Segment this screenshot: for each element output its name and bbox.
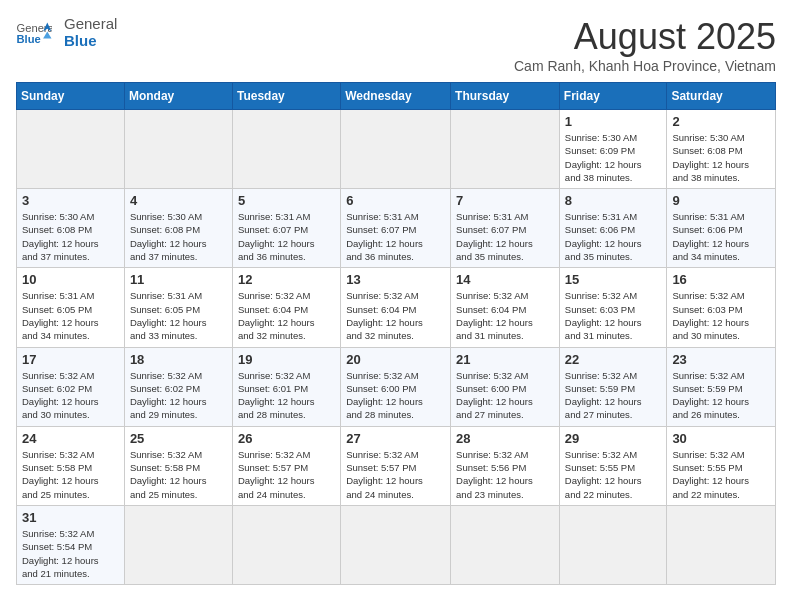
weekday-header-thursday: Thursday	[451, 83, 560, 110]
calendar-cell	[232, 110, 340, 189]
calendar-cell: 12Sunrise: 5:32 AM Sunset: 6:04 PM Dayli…	[232, 268, 340, 347]
day-info: Sunrise: 5:32 AM Sunset: 6:02 PM Dayligh…	[22, 369, 119, 422]
weekday-header-sunday: Sunday	[17, 83, 125, 110]
day-number: 30	[672, 431, 770, 446]
day-info: Sunrise: 5:32 AM Sunset: 5:54 PM Dayligh…	[22, 527, 119, 580]
calendar-cell: 21Sunrise: 5:32 AM Sunset: 6:00 PM Dayli…	[451, 347, 560, 426]
day-number: 16	[672, 272, 770, 287]
calendar-cell: 9Sunrise: 5:31 AM Sunset: 6:06 PM Daylig…	[667, 189, 776, 268]
day-info: Sunrise: 5:32 AM Sunset: 5:55 PM Dayligh…	[672, 448, 770, 501]
svg-text:Blue: Blue	[17, 32, 41, 44]
calendar-cell: 13Sunrise: 5:32 AM Sunset: 6:04 PM Dayli…	[341, 268, 451, 347]
calendar-cell	[232, 505, 340, 584]
calendar-cell: 31Sunrise: 5:32 AM Sunset: 5:54 PM Dayli…	[17, 505, 125, 584]
calendar-cell: 27Sunrise: 5:32 AM Sunset: 5:57 PM Dayli…	[341, 426, 451, 505]
day-info: Sunrise: 5:32 AM Sunset: 5:56 PM Dayligh…	[456, 448, 554, 501]
calendar-week-row: 31Sunrise: 5:32 AM Sunset: 5:54 PM Dayli…	[17, 505, 776, 584]
calendar-table: SundayMondayTuesdayWednesdayThursdayFrid…	[16, 82, 776, 585]
day-number: 1	[565, 114, 662, 129]
day-info: Sunrise: 5:31 AM Sunset: 6:07 PM Dayligh…	[346, 210, 445, 263]
calendar-cell: 17Sunrise: 5:32 AM Sunset: 6:02 PM Dayli…	[17, 347, 125, 426]
day-info: Sunrise: 5:32 AM Sunset: 5:59 PM Dayligh…	[565, 369, 662, 422]
day-info: Sunrise: 5:32 AM Sunset: 5:59 PM Dayligh…	[672, 369, 770, 422]
calendar-cell: 3Sunrise: 5:30 AM Sunset: 6:08 PM Daylig…	[17, 189, 125, 268]
calendar-cell: 19Sunrise: 5:32 AM Sunset: 6:01 PM Dayli…	[232, 347, 340, 426]
day-info: Sunrise: 5:32 AM Sunset: 5:58 PM Dayligh…	[130, 448, 227, 501]
day-number: 8	[565, 193, 662, 208]
title-area: August 2025 Cam Ranh, Khanh Hoa Province…	[514, 16, 776, 74]
calendar-cell: 10Sunrise: 5:31 AM Sunset: 6:05 PM Dayli…	[17, 268, 125, 347]
calendar-cell: 7Sunrise: 5:31 AM Sunset: 6:07 PM Daylig…	[451, 189, 560, 268]
calendar-cell	[341, 110, 451, 189]
calendar-cell: 8Sunrise: 5:31 AM Sunset: 6:06 PM Daylig…	[559, 189, 667, 268]
calendar-cell	[17, 110, 125, 189]
calendar-header-row: SundayMondayTuesdayWednesdayThursdayFrid…	[17, 83, 776, 110]
day-info: Sunrise: 5:31 AM Sunset: 6:05 PM Dayligh…	[22, 289, 119, 342]
day-number: 19	[238, 352, 335, 367]
calendar-cell: 15Sunrise: 5:32 AM Sunset: 6:03 PM Dayli…	[559, 268, 667, 347]
day-number: 7	[456, 193, 554, 208]
day-info: Sunrise: 5:31 AM Sunset: 6:07 PM Dayligh…	[238, 210, 335, 263]
calendar-cell: 14Sunrise: 5:32 AM Sunset: 6:04 PM Dayli…	[451, 268, 560, 347]
day-number: 27	[346, 431, 445, 446]
calendar-week-row: 17Sunrise: 5:32 AM Sunset: 6:02 PM Dayli…	[17, 347, 776, 426]
day-number: 25	[130, 431, 227, 446]
day-info: Sunrise: 5:31 AM Sunset: 6:06 PM Dayligh…	[565, 210, 662, 263]
day-number: 11	[130, 272, 227, 287]
day-number: 28	[456, 431, 554, 446]
day-info: Sunrise: 5:32 AM Sunset: 6:01 PM Dayligh…	[238, 369, 335, 422]
weekday-header-saturday: Saturday	[667, 83, 776, 110]
calendar-cell	[559, 505, 667, 584]
day-number: 31	[22, 510, 119, 525]
calendar-cell: 23Sunrise: 5:32 AM Sunset: 5:59 PM Dayli…	[667, 347, 776, 426]
day-info: Sunrise: 5:32 AM Sunset: 6:04 PM Dayligh…	[456, 289, 554, 342]
day-info: Sunrise: 5:30 AM Sunset: 6:08 PM Dayligh…	[672, 131, 770, 184]
calendar-week-row: 3Sunrise: 5:30 AM Sunset: 6:08 PM Daylig…	[17, 189, 776, 268]
day-number: 14	[456, 272, 554, 287]
page-header: General Blue General Blue August 2025 Ca…	[16, 16, 776, 74]
day-info: Sunrise: 5:32 AM Sunset: 6:00 PM Dayligh…	[456, 369, 554, 422]
calendar-cell: 2Sunrise: 5:30 AM Sunset: 6:08 PM Daylig…	[667, 110, 776, 189]
weekday-header-wednesday: Wednesday	[341, 83, 451, 110]
day-number: 13	[346, 272, 445, 287]
calendar-cell: 26Sunrise: 5:32 AM Sunset: 5:57 PM Dayli…	[232, 426, 340, 505]
calendar-cell: 30Sunrise: 5:32 AM Sunset: 5:55 PM Dayli…	[667, 426, 776, 505]
weekday-header-monday: Monday	[124, 83, 232, 110]
day-number: 23	[672, 352, 770, 367]
calendar-cell	[451, 505, 560, 584]
day-info: Sunrise: 5:31 AM Sunset: 6:05 PM Dayligh…	[130, 289, 227, 342]
day-info: Sunrise: 5:31 AM Sunset: 6:07 PM Dayligh…	[456, 210, 554, 263]
day-info: Sunrise: 5:32 AM Sunset: 6:03 PM Dayligh…	[565, 289, 662, 342]
day-info: Sunrise: 5:32 AM Sunset: 6:00 PM Dayligh…	[346, 369, 445, 422]
day-info: Sunrise: 5:32 AM Sunset: 6:02 PM Dayligh…	[130, 369, 227, 422]
calendar-cell: 11Sunrise: 5:31 AM Sunset: 6:05 PM Dayli…	[124, 268, 232, 347]
calendar-cell	[341, 505, 451, 584]
calendar-cell: 20Sunrise: 5:32 AM Sunset: 6:00 PM Dayli…	[341, 347, 451, 426]
day-number: 9	[672, 193, 770, 208]
calendar-cell: 28Sunrise: 5:32 AM Sunset: 5:56 PM Dayli…	[451, 426, 560, 505]
calendar-cell: 5Sunrise: 5:31 AM Sunset: 6:07 PM Daylig…	[232, 189, 340, 268]
calendar-cell: 22Sunrise: 5:32 AM Sunset: 5:59 PM Dayli…	[559, 347, 667, 426]
month-year-title: August 2025	[514, 16, 776, 58]
day-info: Sunrise: 5:32 AM Sunset: 5:57 PM Dayligh…	[346, 448, 445, 501]
day-info: Sunrise: 5:32 AM Sunset: 6:04 PM Dayligh…	[346, 289, 445, 342]
calendar-week-row: 24Sunrise: 5:32 AM Sunset: 5:58 PM Dayli…	[17, 426, 776, 505]
day-number: 5	[238, 193, 335, 208]
weekday-header-friday: Friday	[559, 83, 667, 110]
weekday-header-tuesday: Tuesday	[232, 83, 340, 110]
logo-general-text: General	[64, 16, 117, 33]
logo: General Blue General Blue	[16, 16, 117, 49]
day-number: 22	[565, 352, 662, 367]
calendar-cell: 18Sunrise: 5:32 AM Sunset: 6:02 PM Dayli…	[124, 347, 232, 426]
day-info: Sunrise: 5:32 AM Sunset: 5:58 PM Dayligh…	[22, 448, 119, 501]
day-info: Sunrise: 5:30 AM Sunset: 6:09 PM Dayligh…	[565, 131, 662, 184]
day-number: 2	[672, 114, 770, 129]
day-number: 10	[22, 272, 119, 287]
calendar-cell: 24Sunrise: 5:32 AM Sunset: 5:58 PM Dayli…	[17, 426, 125, 505]
calendar-cell	[124, 505, 232, 584]
day-info: Sunrise: 5:32 AM Sunset: 6:03 PM Dayligh…	[672, 289, 770, 342]
calendar-week-row: 1Sunrise: 5:30 AM Sunset: 6:09 PM Daylig…	[17, 110, 776, 189]
day-info: Sunrise: 5:32 AM Sunset: 5:55 PM Dayligh…	[565, 448, 662, 501]
day-number: 20	[346, 352, 445, 367]
calendar-cell	[451, 110, 560, 189]
